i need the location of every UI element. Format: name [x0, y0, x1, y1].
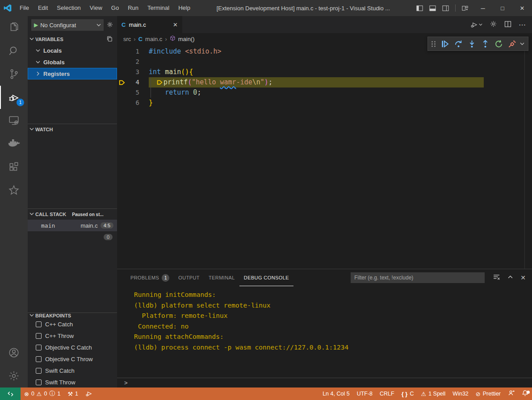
menu-file[interactable]: File	[15, 0, 34, 16]
accounts-icon[interactable]	[0, 341, 28, 364]
breakpoint-c-throw[interactable]: C++ Throw	[28, 330, 117, 342]
checkbox-unchecked[interactable]	[36, 379, 42, 385]
tasks-status[interactable]: ⚒1	[64, 388, 82, 400]
explorer-icon[interactable]	[0, 16, 28, 39]
variables-header[interactable]: VARIABLES	[28, 34, 117, 45]
feedback[interactable]	[504, 388, 518, 400]
debug-console-output[interactable]: Running initCommands:(lldb) platform sel…	[117, 286, 532, 378]
code-editor[interactable]: 1#include <stdio.h>23int main(){4 printf…	[117, 45, 532, 269]
panel-tab-problems[interactable]: PROBLEMS1	[126, 269, 174, 286]
restart-button[interactable]	[493, 38, 504, 49]
continue-button[interactable]	[440, 38, 450, 49]
panel-tab-terminal[interactable]: TERMINAL	[204, 269, 239, 286]
variables-item-registers[interactable]: Registers	[28, 68, 117, 79]
encoding[interactable]: UTF-8	[353, 388, 376, 400]
breakpoint-swift-throw[interactable]: Swift Throw	[28, 376, 117, 388]
star-icon[interactable]	[0, 179, 28, 202]
close-tab-icon[interactable]: ✕	[173, 21, 178, 28]
breakpoint-swift-catch[interactable]: Swift Catch	[28, 365, 117, 376]
menu-edit[interactable]: Edit	[34, 0, 52, 16]
docker-icon[interactable]	[0, 132, 28, 155]
spell-status[interactable]: ⚠1 Spell	[417, 388, 449, 400]
cursor-position[interactable]: Ln 4, Col 5	[319, 388, 353, 400]
copy-value-icon[interactable]	[106, 36, 113, 43]
close-panel-icon[interactable]: ✕	[520, 274, 526, 281]
clear-console-icon[interactable]	[493, 273, 500, 282]
glyph-margin[interactable]	[117, 88, 127, 98]
glyph-margin[interactable]	[117, 46, 127, 57]
breadcrumb-item[interactable]: main()	[178, 36, 195, 42]
run-or-debug-button[interactable]	[470, 21, 482, 29]
toggle-sidebar-icon[interactable]	[416, 5, 423, 12]
maximize-panel-icon[interactable]	[507, 274, 513, 281]
launch-settings-gear-icon[interactable]	[106, 21, 113, 29]
console-filter-input[interactable]	[351, 272, 485, 283]
toolbar-drag-handle-icon[interactable]	[431, 41, 436, 47]
code-line-5[interactable]: 5 return 0;	[117, 88, 532, 98]
menu-go[interactable]: Go	[107, 0, 123, 16]
call-stack-header[interactable]: CALL STACK Paused on st...	[28, 209, 117, 220]
breadcrumb-item[interactable]: main.c	[145, 36, 162, 42]
tab-main-c[interactable]: C main.c ✕	[117, 16, 182, 33]
split-editor-icon[interactable]	[504, 21, 511, 29]
close-button[interactable]: ✕	[512, 0, 532, 16]
menu-help[interactable]: Help	[174, 0, 195, 16]
menu-view[interactable]: View	[85, 0, 107, 16]
breakpoint-c-catch[interactable]: C++ Catch	[28, 318, 117, 330]
editor-gear-icon[interactable]	[490, 20, 497, 29]
glyph-margin[interactable]	[117, 67, 127, 77]
panel-tab-output[interactable]: OUTPUT	[174, 269, 204, 286]
debug-status-icon[interactable]	[82, 388, 96, 400]
start-debug-icon[interactable]: ▶	[34, 22, 38, 28]
menu-terminal[interactable]: Terminal	[143, 0, 174, 16]
problems-status[interactable]: ⊗0 ⚠0 ⓘ1	[21, 388, 64, 400]
menu-run[interactable]: Run	[123, 0, 143, 16]
more-actions-icon[interactable]: ⋯	[519, 21, 526, 29]
step-into-button[interactable]	[466, 38, 477, 49]
code-line-2[interactable]: 2	[117, 57, 532, 67]
settings-gear-icon[interactable]	[0, 364, 28, 388]
variables-item-locals[interactable]: Locals	[28, 45, 117, 56]
eol[interactable]: CRLF	[376, 388, 398, 400]
run-and-debug-icon[interactable]: 1	[0, 86, 28, 109]
code-line-6[interactable]: 6}	[117, 98, 532, 108]
chevron-down-icon[interactable]	[520, 41, 524, 47]
breakpoints-header[interactable]: BREAKPOINTS	[28, 313, 117, 318]
variables-item-globals[interactable]: Globals	[28, 56, 117, 68]
platform[interactable]: Win32	[449, 388, 472, 400]
panel-tab-debug-console[interactable]: DEBUG CONSOLE	[239, 269, 293, 286]
breakpoint-objective-c-throw[interactable]: Objective C Throw	[28, 353, 117, 365]
search-icon[interactable]	[0, 39, 28, 62]
debug-console-input[interactable]: >	[117, 378, 532, 388]
minimize-button[interactable]: ─	[473, 0, 493, 16]
source-control-icon[interactable]	[0, 62, 28, 86]
checkbox-unchecked[interactable]	[36, 345, 42, 350]
checkbox-unchecked[interactable]	[36, 333, 42, 339]
watch-header[interactable]: WATCH	[28, 124, 117, 135]
extensions-icon[interactable]	[0, 155, 28, 179]
debug-current-step-icon[interactable]	[117, 77, 127, 88]
step-over-button[interactable]	[453, 38, 464, 49]
formatter[interactable]: ⊘Prettier	[472, 388, 504, 400]
remote-indicator[interactable]	[0, 388, 21, 400]
code-line-3[interactable]: 3int main(){	[117, 67, 532, 77]
checkbox-unchecked[interactable]	[36, 368, 42, 374]
glyph-margin[interactable]	[117, 57, 127, 67]
remote-explorer-icon[interactable]	[0, 109, 28, 132]
customize-layout-icon[interactable]	[462, 5, 469, 12]
toggle-secondary-sidebar-icon[interactable]	[442, 5, 449, 12]
checkbox-unchecked[interactable]	[36, 321, 42, 327]
disconnect-button[interactable]	[507, 38, 517, 49]
notifications[interactable]	[518, 388, 532, 400]
language-mode[interactable]: { }C	[398, 388, 418, 400]
step-out-button[interactable]	[480, 38, 490, 49]
glyph-margin[interactable]	[117, 98, 127, 108]
call-stack-frame[interactable]: mainmain.c4:5	[28, 220, 117, 231]
checkbox-unchecked[interactable]	[36, 356, 42, 362]
breadcrumb-item[interactable]: src	[123, 36, 131, 42]
maximize-button[interactable]: □	[493, 0, 512, 16]
menu-selection[interactable]: Selection	[52, 0, 85, 16]
toggle-panel-icon[interactable]	[429, 5, 436, 12]
code-line-4[interactable]: 4 printf("hello wamr-ide\n");	[117, 77, 532, 88]
debug-configuration-dropdown[interactable]: ▶ No Configurat	[31, 19, 104, 31]
